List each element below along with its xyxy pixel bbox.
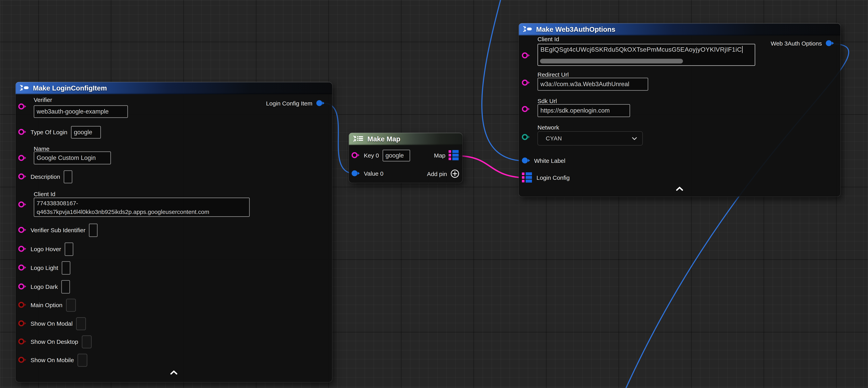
network-dropdown[interactable]: CYAN: [537, 131, 643, 146]
textbox-horizontal-scrollbar[interactable]: [540, 59, 683, 63]
pin-label-show-on-modal: Show On Modal: [31, 320, 72, 327]
input-pin-key0[interactable]: [351, 151, 360, 160]
node-title: Make Web3AuthOptions: [536, 25, 615, 33]
row-logo-light: Logo Light: [18, 261, 70, 275]
pin-label-sdk-url: Sdk Url: [537, 98, 557, 105]
pin-label-logo-hover: Logo Hover: [31, 246, 61, 252]
chevron-down-icon: [632, 135, 637, 142]
node-header-make-loginconfigitem[interactable]: Make LoginConfigItem: [16, 82, 332, 94]
add-pin-button[interactable]: Add pin: [427, 168, 460, 180]
input-pin-client-id[interactable]: [522, 52, 531, 60]
input-pin-logo-light[interactable]: [18, 264, 27, 272]
output-pin-label: Login Config Item: [266, 100, 312, 107]
pin-label-show-on-mobile: Show On Mobile: [31, 357, 74, 363]
input-pin-type-of-login[interactable]: [18, 128, 27, 137]
make-map-icon: [353, 135, 364, 143]
row-white-label: White Label: [522, 154, 565, 168]
node-make-map[interactable]: Make Map Key 0 google Map: [349, 133, 462, 183]
main-option-checkbox[interactable]: [66, 299, 76, 312]
verifier-sub-identifier-input[interactable]: [89, 223, 98, 237]
pin-label-verifier: Verifier: [34, 97, 52, 103]
node-header-make-map[interactable]: Make Map: [349, 133, 462, 145]
add-pin-plus-icon[interactable]: [450, 169, 460, 179]
node-header-make-web3authoptions[interactable]: Make Web3AuthOptions: [519, 23, 840, 35]
input-pin-login-config[interactable]: [522, 172, 533, 183]
collapse-chevron-icon[interactable]: [170, 370, 178, 376]
logo-hover-input[interactable]: [65, 242, 73, 256]
pin-label-client-id: Client Id: [537, 36, 559, 42]
input-pin-value0[interactable]: [351, 170, 360, 178]
output-pin-label: Web 3Auth Options: [771, 40, 822, 47]
row-show-on-desktop: Show On Desktop: [18, 335, 92, 348]
pin-label-value0: Value 0: [364, 170, 383, 177]
output-pin-label-map: Map: [434, 152, 445, 159]
input-pin-client-id[interactable]: [18, 201, 27, 209]
row-show-on-mobile: Show On Mobile: [18, 354, 87, 367]
output-pin-web3auth-options[interactable]: [826, 39, 835, 48]
pin-label-logo-light: Logo Light: [31, 265, 58, 271]
input-pin-logo-hover[interactable]: [18, 245, 27, 253]
pin-label-redirect-url: Redirect Url: [537, 71, 569, 78]
input-pin-logo-dark[interactable]: [18, 283, 27, 291]
pin-label-client-id: Client Id: [34, 191, 55, 198]
show-on-mobile-checkbox[interactable]: [78, 354, 87, 367]
output-row-web3auth-options: Web 3Auth Options: [771, 39, 835, 48]
row-value0: Value 0: [351, 167, 383, 181]
output-pin-map[interactable]: [448, 150, 460, 161]
row-verifier-sub-identifier: Verifier Sub Identifier: [18, 223, 98, 237]
pin-label-name: Name: [34, 146, 50, 152]
output-row-map: Map: [434, 149, 460, 162]
show-on-modal-checkbox[interactable]: [76, 317, 86, 330]
input-pin-white-label[interactable]: [522, 157, 531, 165]
blueprint-graph-canvas[interactable]: Make LoginConfigItem Login Config Item V…: [0, 0, 868, 388]
row-logo-dark: Logo Dark: [18, 280, 70, 294]
text-cursor: [742, 46, 743, 53]
row-type-of-login: Type Of Login google: [18, 126, 101, 139]
pin-label-verifier-sub-identifier: Verifier Sub Identifier: [31, 227, 85, 234]
node-title: Make LoginConfigItem: [33, 84, 107, 92]
verifier-input[interactable]: web3auth-google-example: [34, 105, 128, 118]
row-main-option: Main Option: [18, 299, 76, 312]
pin-label-main-option: Main Option: [31, 302, 62, 308]
make-struct-icon: [523, 26, 533, 33]
node-make-loginconfigitem[interactable]: Make LoginConfigItem Login Config Item V…: [16, 82, 332, 382]
key0-input[interactable]: google: [382, 150, 410, 161]
input-pin-name[interactable]: [18, 154, 27, 162]
row-description: Description: [18, 170, 72, 183]
row-login-config: Login Config: [522, 171, 569, 185]
input-pin-main-option[interactable]: [18, 301, 27, 309]
network-dropdown-value: CYAN: [546, 135, 562, 142]
input-pin-sdk-url[interactable]: [522, 105, 531, 114]
input-pin-description[interactable]: [18, 173, 27, 181]
wire-map-to-loginconfig[interactable]: [456, 156, 528, 178]
description-input[interactable]: [64, 170, 72, 183]
node-make-web3authoptions[interactable]: Make Web3AuthOptions Web 3Auth Options C…: [519, 23, 840, 197]
input-pin-redirect-url[interactable]: [522, 79, 531, 87]
input-pin-show-on-modal[interactable]: [18, 320, 27, 328]
redirect-url-input[interactable]: w3a://com.w3a.Web3AuthUnreal: [537, 78, 648, 91]
input-pin-show-on-mobile[interactable]: [18, 356, 27, 364]
show-on-desktop-checkbox[interactable]: [82, 335, 92, 348]
input-pin-verifier[interactable]: [18, 103, 27, 111]
make-struct-icon: [20, 84, 30, 92]
pin-label-logo-dark: Logo Dark: [31, 283, 58, 290]
pin-label-show-on-desktop: Show On Desktop: [31, 338, 78, 345]
client-id-input[interactable]: BEglQSgt4cUWcj6SKRdu5QkOXTsePmMcusG5EAoy…: [537, 44, 755, 66]
type-of-login-input[interactable]: google: [71, 126, 101, 139]
sdk-url-input[interactable]: https://sdk.openlogin.com: [537, 104, 630, 117]
input-pin-verifier-sub-identifier[interactable]: [18, 226, 27, 234]
pin-label-white-label: White Label: [534, 157, 565, 164]
name-input[interactable]: Google Custom Login: [34, 151, 111, 165]
input-pin-show-on-desktop[interactable]: [18, 338, 27, 346]
row-key0: Key 0 google: [351, 149, 410, 162]
logo-light-input[interactable]: [62, 261, 70, 275]
input-pin-network[interactable]: [522, 133, 531, 142]
collapse-chevron-icon[interactable]: [676, 186, 684, 191]
node-title: Make Map: [367, 135, 400, 143]
output-pin-login-config-item[interactable]: [316, 99, 325, 108]
output-row-login-config-item: Login Config Item: [266, 99, 325, 108]
logo-dark-input[interactable]: [61, 280, 70, 294]
client-id-input[interactable]: 774338308167- q463s7kpvja16l4l0kko3nb925…: [34, 198, 250, 217]
pin-label-login-config: Login Config: [536, 175, 569, 181]
pin-label-key0: Key 0: [364, 152, 379, 159]
